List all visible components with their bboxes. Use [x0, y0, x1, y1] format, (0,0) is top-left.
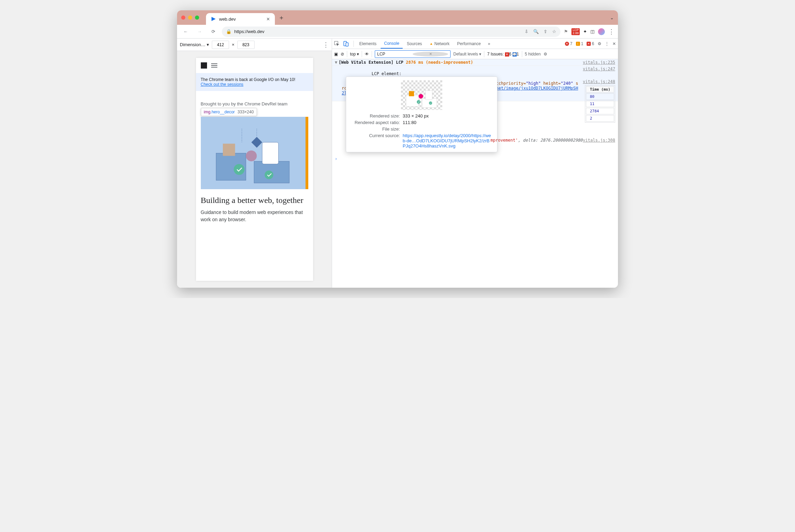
chrome-menu-button[interactable]: ⋮	[608, 28, 615, 35]
forward-button[interactable]: →	[194, 27, 205, 37]
close-devtools-button[interactable]: ✕	[612, 41, 616, 46]
svg-rect-15	[425, 91, 432, 100]
tab-performance[interactable]: Performance	[454, 39, 484, 49]
device-menu-button[interactable]: ⋮	[323, 41, 329, 49]
value	[403, 126, 492, 132]
page-subhead: Guidance to build modern web experiences…	[201, 209, 308, 223]
label: Rendered aspect ratio:	[351, 120, 403, 125]
new-tab-button[interactable]: ＋	[278, 13, 285, 22]
label: Current source:	[351, 133, 403, 149]
times-symbol: ×	[232, 42, 235, 47]
hero-image	[201, 117, 308, 189]
favicon-icon	[211, 16, 216, 22]
banner-link[interactable]: Check out the sessions	[201, 82, 244, 87]
log-entry-partial: vitals.js:308 mprovement', delta: 2876.2…	[491, 138, 615, 143]
banner-text: The Chrome team is back at Google I/O on…	[201, 77, 296, 82]
svg-marker-5	[251, 137, 262, 148]
source-link[interactable]: vitals.js:235	[583, 60, 615, 65]
table-cell: 11	[586, 101, 614, 107]
console-settings-icon[interactable]: ⚙	[544, 52, 547, 57]
browser-window: web.dev ✕ ＋ ⌄ ← → ⟳ 🔒 https://web.dev ⇩ …	[177, 10, 618, 288]
source-link[interactable]: vitals.js:248	[583, 79, 615, 84]
devtools-tabs: Elements Console Sources Network Perform…	[332, 39, 618, 49]
dimensions-dropdown[interactable]: Dimension… ▾	[180, 42, 209, 47]
reload-button[interactable]: ⟳	[208, 27, 218, 37]
svg-point-4	[246, 150, 257, 161]
timing-table[interactable]: Time (ms) 80 11 2784 2	[585, 85, 615, 123]
sidepanel-icon[interactable]: ◫	[590, 29, 595, 34]
svg-point-18	[417, 100, 421, 104]
console-output[interactable]: ▼ [Web Vitals Extension] LCP 2876 ms (ne…	[332, 59, 618, 288]
devtools-menu-button[interactable]: ⋮	[605, 41, 609, 46]
clear-console-icon[interactable]: ⊘	[341, 52, 344, 57]
console-prompt-icon[interactable]: ›	[335, 156, 337, 161]
blocked-count[interactable]: ✕6	[587, 41, 594, 46]
zoom-icon[interactable]: 🔍	[533, 29, 539, 34]
devtools-panel: Elements Console Sources Network Perform…	[332, 39, 618, 288]
device-toggle-icon[interactable]	[343, 41, 351, 47]
minimize-window-button[interactable]	[188, 16, 192, 20]
width-input[interactable]	[212, 41, 229, 49]
table-cell: 2	[586, 115, 614, 122]
expand-toggle-icon[interactable]: ▼	[335, 60, 337, 65]
page-headline: Building a better web, together	[201, 195, 308, 205]
url-text: https://web.dev	[234, 29, 264, 34]
site-logo-icon[interactable]	[201, 62, 207, 69]
close-window-button[interactable]	[181, 16, 185, 20]
web-vitals-ext-badge[interactable]: LCP 2.88	[571, 28, 580, 35]
inspect-element-icon[interactable]	[334, 41, 342, 47]
label: File size:	[351, 126, 403, 132]
console-toolbar: ▣ ⊘ top ▾ 👁 LCP ✕ Default levels ▾ 7 Iss…	[332, 49, 618, 59]
titlebar: web.dev ✕ ＋ ⌄	[177, 10, 618, 25]
height-input[interactable]	[237, 41, 255, 49]
svg-point-17	[419, 94, 423, 99]
profile-avatar[interactable]	[598, 28, 605, 35]
site-header	[196, 58, 313, 73]
log-levels-dropdown[interactable]: Default levels ▾	[453, 52, 481, 57]
extensions-icon[interactable]: ✦	[583, 29, 587, 34]
address-toolbar: ← → ⟳ 🔒 https://web.dev ⇩ 🔍 ⇧ ☆ ⚑ LCP 2.…	[177, 25, 618, 39]
tab-sources[interactable]: Sources	[403, 39, 425, 49]
emulated-viewport: The Chrome team is back at Google I/O on…	[177, 51, 332, 288]
browser-tab[interactable]: web.dev ✕	[206, 13, 275, 25]
tab-console[interactable]: Console	[381, 39, 403, 49]
error-count[interactable]: ✕7	[565, 41, 572, 46]
flag-icon[interactable]: ⚑	[564, 29, 568, 34]
tab-overflow-button[interactable]: ⌄	[610, 15, 614, 20]
live-expression-icon[interactable]: 👁	[365, 52, 369, 57]
element-inspect-tooltip: img.hero__decor 333×240	[201, 108, 257, 116]
issues-link[interactable]: 7 Issues: ✕6 💬1	[487, 52, 519, 57]
svg-rect-3	[223, 143, 235, 155]
more-tabs-button[interactable]: »	[485, 41, 493, 46]
share-icon[interactable]: ⇧	[544, 29, 547, 34]
dimensions-bar: Dimension… ▾ × ⋮	[177, 39, 332, 51]
svg-point-6	[234, 164, 245, 175]
console-sidebar-toggle-icon[interactable]: ▣	[334, 52, 338, 57]
source-url-link[interactable]: https://app.requestly.io/delay/2000/http…	[403, 133, 491, 149]
address-bar[interactable]: 🔒 https://web.dev ⇩ 🔍 ⇧ ☆	[222, 27, 560, 37]
source-link[interactable]: vitals.js:308	[583, 138, 615, 143]
bookmark-icon[interactable]: ☆	[552, 29, 556, 34]
back-button[interactable]: ←	[180, 27, 191, 37]
tab-network[interactable]: Network	[426, 39, 453, 49]
tab-elements[interactable]: Elements	[356, 39, 380, 49]
install-icon[interactable]: ⇩	[525, 29, 528, 34]
log-entry[interactable]: ▼ [Web Vitals Extension] LCP 2876 ms (ne…	[332, 59, 618, 66]
hamburger-icon[interactable]	[211, 65, 217, 66]
settings-icon[interactable]: ⚙	[598, 41, 601, 46]
announcement-banner: The Chrome team is back at Google I/O on…	[196, 73, 313, 91]
svg-rect-12	[346, 43, 348, 46]
eyebrow-text: Brought to you by the Chrome DevRel team	[201, 101, 308, 106]
emulated-page[interactable]: The Chrome team is back at Google I/O on…	[196, 58, 313, 281]
table-cell: 2784	[586, 108, 614, 114]
svg-rect-16	[409, 91, 414, 96]
console-filter-input[interactable]: LCP ✕	[375, 50, 451, 58]
zoom-window-button[interactable]	[195, 16, 199, 20]
hidden-count[interactable]: 5 hidden	[525, 52, 541, 57]
image-hover-popover: Rendered size: 333 × 240 px Rendered asp…	[346, 76, 497, 152]
warning-count[interactable]: !1	[576, 41, 584, 46]
context-selector[interactable]: top ▾	[350, 52, 359, 57]
clear-filter-icon[interactable]: ✕	[413, 52, 448, 57]
close-tab-button[interactable]: ✕	[266, 17, 270, 22]
svg-rect-2	[262, 142, 278, 164]
